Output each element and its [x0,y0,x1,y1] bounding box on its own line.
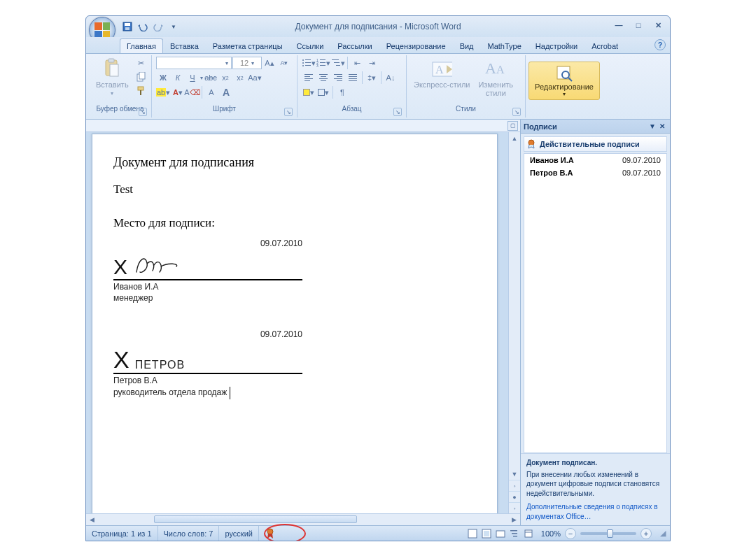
status-wordcount[interactable]: Число слов: 7 [158,526,220,541]
zoom-slider[interactable] [580,532,636,535]
close-button[interactable]: ✕ [650,19,666,31]
browse-object-icon[interactable]: ● [509,491,520,502]
signature2-name: Петров В.А [113,376,302,385]
line-spacing-button[interactable]: ‡▾ [365,71,379,84]
scroll-left-icon[interactable]: ◀ [86,514,98,525]
clear-format-button[interactable]: A⌫ [186,86,200,99]
scroll-up-icon[interactable]: ▲ [509,132,520,144]
change-styles-button[interactable]: AA Изменить стили [475,57,516,99]
para-launcher[interactable]: ↘ [393,108,402,116]
borders-button[interactable]: ▾ [316,86,330,99]
highlight-button[interactable]: ab▾ [156,86,170,99]
shading-button[interactable]: ▾ [302,86,316,99]
zoom-level[interactable]: 100% [541,529,561,538]
signature-indicator-icon[interactable] [265,528,276,539]
save-icon[interactable] [121,20,134,33]
tab-page-layout[interactable]: Разметка страницы [206,38,290,53]
status-resize-grip[interactable]: ◢ [656,527,670,540]
scroll-right-icon[interactable]: ▶ [508,514,520,525]
maximize-button[interactable]: □ [631,19,646,31]
copy-icon[interactable] [134,71,148,83]
strike-button[interactable]: abc [204,71,218,84]
tab-home[interactable]: Главная [120,38,163,53]
bold-button[interactable]: Ж [156,71,170,84]
align-center-button[interactable] [316,71,330,84]
page[interactable]: Документ для подписания Test Место для п… [92,134,498,513]
font-launcher[interactable]: ↘ [284,108,293,116]
numbering-button[interactable]: 123▾ [316,57,330,69]
ruler-toggle[interactable]: ▢ [507,121,518,131]
tab-mailings[interactable]: Рассылки [330,38,379,53]
view-outline-icon[interactable] [507,527,522,540]
undo-icon[interactable] [136,20,149,33]
signature-block-1[interactable]: 09.07.2010 X Иванов И.А менеджер [113,238,302,303]
redo-icon[interactable] [152,20,164,33]
tab-mathtype[interactable]: MathType [481,38,528,53]
bullets-button[interactable]: ▾ [302,57,316,69]
big-a-button[interactable]: A [219,86,233,99]
tab-addins[interactable]: Надстройки [528,38,584,53]
document-viewport[interactable]: Документ для подписания Test Место для п… [86,132,520,513]
font-size-select[interactable]: 12▾ [232,57,262,69]
signatures-more-link[interactable]: Дополнительные сведения о подписях в док… [526,503,658,520]
pane-close-icon[interactable]: ✕ [657,122,667,131]
tab-insert[interactable]: Вставка [163,38,206,53]
tab-references[interactable]: Ссылки [290,38,331,53]
qat-customize-icon[interactable]: ▼ [167,20,180,33]
svg-point-49 [267,529,273,534]
tab-acrobat[interactable]: Acrobat [584,38,625,53]
zoom-in-button[interactable]: + [640,528,652,539]
svg-text:A: A [485,59,496,77]
italic-button[interactable]: К [171,71,185,84]
subscript-button[interactable]: x2 [218,71,232,84]
tab-review[interactable]: Рецензирование [379,38,453,53]
small-a-button[interactable]: A [204,86,218,99]
view-web-icon[interactable] [493,527,507,540]
align-right-button[interactable] [331,71,345,84]
help-icon[interactable]: ? [654,39,666,50]
view-fullscreen-icon[interactable] [479,527,493,540]
signature-row[interactable]: Петров В.А 09.07.2010 [524,166,666,179]
quick-styles-button[interactable]: A Экспресс-стили [411,57,472,90]
signature2-typed: ПЕТРОВ [135,359,185,371]
svg-rect-30 [321,76,326,77]
show-marks-button[interactable]: ¶ [335,86,349,99]
increase-indent-button[interactable]: ⇥ [365,57,379,69]
vertical-scrollbar[interactable]: ▲ ▼ ◦ ● ◦ [508,132,520,513]
paste-icon [102,58,122,79]
change-case-button[interactable]: Aa▾ [248,71,262,84]
browse-prev-icon[interactable]: ◦ [509,480,520,491]
clipboard-launcher[interactable]: ↘ [139,108,147,116]
pane-menu-icon[interactable]: ▼ [648,122,657,131]
superscript-button[interactable]: x2 [233,71,247,84]
editing-button[interactable]: Редактирование ▾ [528,62,600,100]
tab-view[interactable]: Вид [453,38,481,53]
hscroll-thumb[interactable] [154,515,357,523]
zoom-out-button[interactable]: − [565,528,576,539]
minimize-button[interactable]: — [611,19,626,31]
font-name-select[interactable]: ▾ [156,57,232,69]
shrink-font-icon[interactable]: A▾ [277,57,291,69]
align-left-button[interactable] [302,71,316,84]
font-color-button[interactable]: A▾ [171,86,185,99]
horizontal-scrollbar[interactable]: ◀ ▶ [86,513,520,525]
grow-font-icon[interactable]: A▴ [262,57,276,69]
browse-next-icon[interactable]: ◦ [509,502,520,513]
underline-button[interactable]: Ч [186,71,200,84]
view-draft-icon[interactable] [522,527,536,540]
align-justify-button[interactable] [346,71,360,84]
sort-button[interactable]: A↓ [384,71,398,84]
multilevel-button[interactable]: ▾ [331,57,345,69]
scroll-down-icon[interactable]: ▼ [509,468,520,480]
styles-launcher[interactable]: ↘ [512,108,521,116]
signature-block-2[interactable]: 09.07.2010 X ПЕТРОВ Петров В.А руководит… [113,329,302,399]
signature-row[interactable]: Иванов И.А 09.07.2010 [524,154,666,166]
zoom-slider-thumb[interactable] [607,529,613,538]
format-painter-icon[interactable] [134,85,148,97]
cut-icon[interactable]: ✂ [134,57,148,69]
status-language[interactable]: русский [219,526,258,541]
status-page[interactable]: Страница: 1 из 1 [86,526,158,541]
paste-button[interactable]: Вставить ▾ [93,57,132,98]
decrease-indent-button[interactable]: ⇤ [350,57,364,69]
view-print-layout-icon[interactable] [465,527,479,540]
